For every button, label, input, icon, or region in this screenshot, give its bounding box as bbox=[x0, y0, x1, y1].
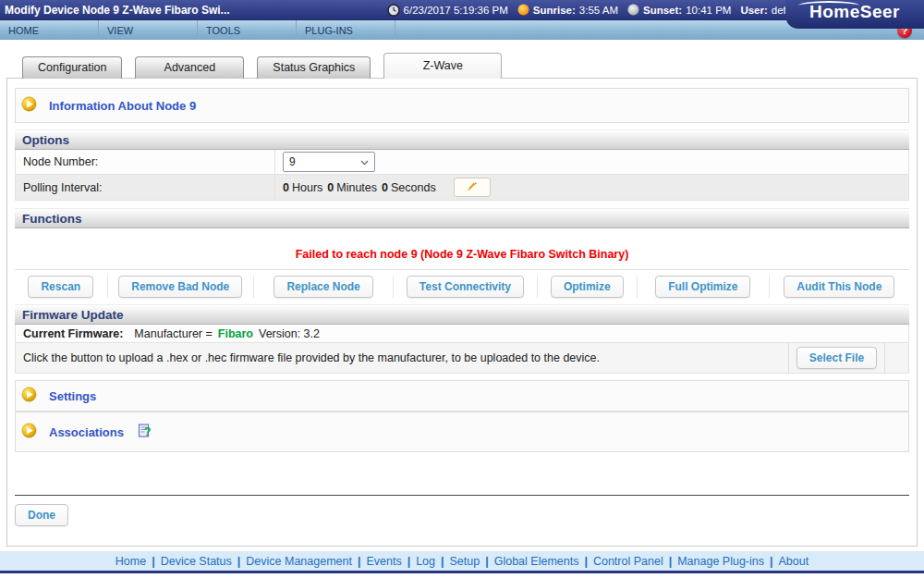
footer-link-events[interactable]: Events bbox=[366, 555, 401, 568]
footer-link-device-management[interactable]: Device Management bbox=[246, 555, 352, 568]
full-optimize-button[interactable]: Full Optimize bbox=[655, 276, 750, 298]
information-expander[interactable]: Information About Node 9 bbox=[15, 88, 909, 123]
footer-separator: | bbox=[669, 555, 673, 568]
sunset-label: Sunset: bbox=[643, 5, 682, 16]
pencil-icon bbox=[466, 180, 478, 195]
sunrise-value: 3:55 AM bbox=[579, 5, 618, 16]
footer-link-manage-plugins[interactable]: Manage Plug-ins bbox=[677, 555, 764, 568]
footer-separator: | bbox=[485, 555, 489, 568]
homeseer-logo[interactable]: HomeSeer bbox=[785, 0, 924, 29]
manufacturer-prefix: Manufacturer = bbox=[134, 327, 212, 340]
footer-link-device-status[interactable]: Device Status bbox=[161, 555, 232, 568]
node-number-label: Node Number: bbox=[16, 150, 274, 174]
expand-play-icon bbox=[21, 423, 37, 442]
information-link: Information About Node 9 bbox=[49, 99, 196, 113]
logo-roof-arc bbox=[798, 1, 859, 10]
tab-configuration[interactable]: Configuration bbox=[22, 56, 122, 79]
functions-button-row: Rescan Remove Bad Node Replace Node Test… bbox=[15, 269, 909, 304]
association-help-doc-icon[interactable]: ? bbox=[138, 423, 153, 442]
sunset-group: Sunset: 10:41 PM bbox=[618, 4, 731, 16]
svg-text:?: ? bbox=[144, 424, 151, 437]
polling-minutes-unit: Minutes bbox=[336, 181, 377, 194]
footer-link-global-elements[interactable]: Global Elements bbox=[494, 555, 579, 568]
associations-link: Associations bbox=[49, 425, 124, 439]
page-title: Modify Device Node 9 Z-Wave Fibaro Swi..… bbox=[5, 4, 230, 17]
current-firmware-label: Current Firmware: bbox=[23, 327, 123, 340]
footer-separator: | bbox=[770, 555, 773, 568]
datetime-text: 6/23/2017 5:19:36 PM bbox=[404, 5, 508, 16]
rescan-button[interactable]: Rescan bbox=[28, 276, 93, 298]
footer-link-about[interactable]: About bbox=[778, 555, 808, 568]
footer-link-home[interactable]: Home bbox=[116, 555, 146, 568]
polling-seconds-value: 0 bbox=[382, 181, 388, 194]
functions-header-label: Functions bbox=[22, 212, 82, 226]
sunrise-icon bbox=[517, 4, 529, 16]
current-firmware-row: Current Firmware: Manufacturer = Fibaro … bbox=[15, 325, 909, 343]
functions-header: Functions bbox=[15, 208, 909, 228]
test-connectivity-button[interactable]: Test Connectivity bbox=[407, 276, 524, 298]
footer-separator: | bbox=[237, 555, 241, 568]
edit-polling-button[interactable] bbox=[454, 178, 491, 197]
tab-strip: Configuration Advanced Status Graphics Z… bbox=[0, 53, 924, 79]
footer-separator: | bbox=[441, 555, 444, 568]
firmware-upload-instructions: Click the button to upload a .hex or .he… bbox=[16, 343, 788, 373]
expand-play-icon bbox=[21, 387, 37, 406]
divider bbox=[15, 495, 909, 496]
firmware-update-header-label: Firmware Update bbox=[22, 308, 124, 322]
footer-nav: Home| Device Status| Device Management| … bbox=[0, 551, 924, 573]
expand-play-icon bbox=[21, 96, 37, 116]
sunrise-label: Sunrise: bbox=[533, 5, 576, 16]
tab-zwave[interactable]: Z-Wave bbox=[383, 53, 502, 79]
replace-node-button[interactable]: Replace Node bbox=[274, 276, 372, 298]
polling-minutes-value: 0 bbox=[327, 181, 334, 194]
settings-link: Settings bbox=[49, 389, 96, 403]
clock-icon bbox=[387, 4, 400, 17]
tab-advanced[interactable]: Advanced bbox=[135, 56, 244, 79]
node-number-row: Node Number: 9 bbox=[15, 150, 909, 175]
done-button[interactable]: Done bbox=[15, 504, 68, 526]
optimize-button[interactable]: Optimize bbox=[551, 276, 624, 298]
remove-bad-node-button[interactable]: Remove Bad Node bbox=[118, 276, 242, 298]
node-number-select[interactable]: 9 bbox=[283, 152, 375, 172]
menu-item-plugins[interactable]: PLUG-INS bbox=[297, 20, 395, 40]
tab-status-graphics[interactable]: Status Graphics bbox=[257, 56, 371, 79]
sunset-icon bbox=[627, 4, 639, 16]
polling-interval-row: Polling Interval: 0 Hours 0 Minutes 0 Se… bbox=[15, 175, 909, 201]
node-error-message: Failed to reach node 9 (Node 9 Z-Wave Fi… bbox=[15, 248, 909, 261]
zwave-tab-panel: Information About Node 9 Options Node Nu… bbox=[6, 78, 918, 547]
firmware-version: Version: 3.2 bbox=[259, 327, 320, 340]
menu-item-view[interactable]: VIEW bbox=[99, 20, 198, 40]
polling-seconds-unit: Seconds bbox=[391, 181, 436, 194]
menu-item-home[interactable]: HOME bbox=[0, 20, 99, 40]
firmware-upload-row: Click the button to upload a .hex or .he… bbox=[15, 343, 909, 374]
polling-hours-value: 0 bbox=[283, 181, 289, 194]
polling-interval-label: Polling Interval: bbox=[16, 175, 274, 200]
sunset-value: 10:41 PM bbox=[686, 5, 731, 16]
datetime-group: 6/23/2017 5:19:36 PM bbox=[378, 4, 508, 17]
footer-link-setup[interactable]: Setup bbox=[450, 555, 480, 568]
manufacturer-name: Fibaro bbox=[218, 327, 253, 340]
footer-separator: | bbox=[358, 555, 361, 568]
polling-hours-unit: Hours bbox=[292, 181, 322, 194]
firmware-row-spacer bbox=[884, 343, 908, 373]
footer-link-log[interactable]: Log bbox=[416, 555, 435, 568]
footer-separator: | bbox=[584, 555, 588, 568]
menu-bar: HOME VIEW TOOLS PLUG-INS ? bbox=[0, 19, 924, 40]
select-file-button[interactable]: Select File bbox=[796, 347, 877, 369]
footer-separator: | bbox=[407, 555, 411, 568]
footer-separator: | bbox=[152, 555, 155, 568]
firmware-update-header: Firmware Update bbox=[15, 304, 909, 325]
sunrise-group: Sunrise: 3:55 AM bbox=[508, 4, 618, 16]
menu-item-tools[interactable]: TOOLS bbox=[198, 20, 297, 40]
footer-link-control-panel[interactable]: Control Panel bbox=[593, 555, 663, 568]
settings-expander[interactable]: Settings bbox=[15, 380, 909, 412]
user-label: User: bbox=[740, 5, 767, 16]
chevron-down-icon bbox=[360, 155, 369, 168]
associations-expander[interactable]: Associations ? bbox=[15, 412, 909, 452]
options-header: Options bbox=[15, 129, 909, 150]
audit-this-node-button[interactable]: Audit This Node bbox=[784, 276, 894, 298]
node-number-value: 9 bbox=[289, 155, 296, 168]
options-header-label: Options bbox=[22, 133, 69, 147]
